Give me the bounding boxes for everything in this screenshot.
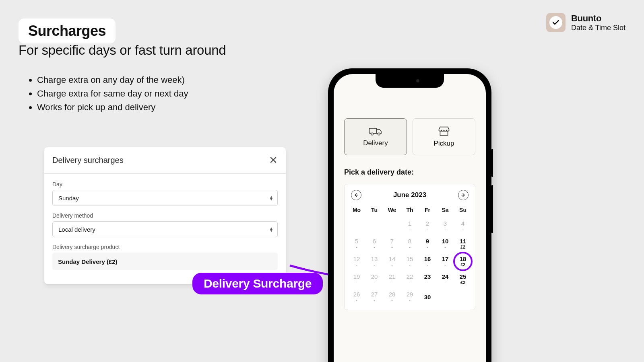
calendar-dow: Sa bbox=[436, 204, 454, 217]
pick-date-label: Pick a delivery date: bbox=[344, 168, 475, 177]
calendar-day[interactable]: 13- bbox=[365, 253, 383, 270]
phone-screen: Delivery Pickup Pick a delivery date: bbox=[334, 74, 486, 362]
brand-icon bbox=[546, 13, 566, 32]
product-value: Sunday Delivery (£2) bbox=[58, 258, 118, 265]
method-value: Local delivery bbox=[58, 226, 95, 233]
svg-rect-3 bbox=[440, 131, 448, 135]
calendar-day[interactable]: 30 bbox=[419, 288, 436, 306]
calendar-day[interactable]: 15- bbox=[401, 253, 419, 270]
tab-pickup-label: Pickup bbox=[433, 140, 454, 148]
tab-pickup[interactable]: Pickup bbox=[413, 118, 475, 155]
calendar-day[interactable]: 18£2 bbox=[454, 253, 472, 270]
calendar-day bbox=[365, 217, 383, 235]
bullet-item: Charge extra on any day of the week) bbox=[37, 73, 188, 87]
calendar-day[interactable]: 12- bbox=[348, 253, 365, 270]
calendar-day[interactable]: 10- bbox=[436, 235, 454, 253]
calendar-day[interactable]: 2- bbox=[419, 217, 436, 235]
close-icon[interactable]: ✕ bbox=[269, 154, 278, 167]
calendar-day[interactable]: 16- bbox=[419, 253, 436, 270]
arrow-left-icon bbox=[354, 193, 359, 197]
store-icon bbox=[438, 126, 450, 136]
feature-bullets: Charge extra on any day of the week) Cha… bbox=[29, 73, 188, 114]
calendar-day[interactable]: 28- bbox=[383, 288, 401, 306]
calendar: June 2023 MoTuWeThFrSaSu 1-2-3-4-5-6-7-8… bbox=[344, 184, 475, 310]
surcharge-callout: Delivery Surcharge bbox=[192, 273, 323, 294]
calendar-day[interactable]: 14- bbox=[383, 253, 401, 270]
day-value: Sunday bbox=[58, 195, 79, 202]
calendar-month: June 2023 bbox=[393, 191, 426, 199]
page-title: Surcharges bbox=[19, 19, 116, 43]
calendar-day[interactable]: 29- bbox=[401, 288, 419, 306]
calendar-day[interactable]: 3- bbox=[436, 217, 454, 235]
calendar-day[interactable]: 6- bbox=[365, 235, 383, 253]
calendar-day[interactable]: 19- bbox=[348, 270, 365, 288]
truck-icon bbox=[369, 126, 382, 136]
calendar-day[interactable]: 26- bbox=[348, 288, 365, 306]
brand-name: Buunto bbox=[571, 13, 625, 24]
calendar-next-button[interactable] bbox=[458, 190, 469, 200]
surcharge-modal: Delivery surcharges ✕ Day Sunday ▴▾ Deli… bbox=[44, 147, 286, 284]
calendar-day[interactable]: 8- bbox=[401, 235, 419, 253]
brand-tagline: Date & Time Slot bbox=[571, 24, 625, 32]
calendar-day[interactable]: 24- bbox=[436, 270, 454, 288]
bullet-item: Charge extra for same day or next day bbox=[37, 87, 188, 101]
chevron-updown-icon: ▴▾ bbox=[270, 227, 272, 232]
calendar-prev-button[interactable] bbox=[351, 190, 361, 200]
calendar-day[interactable]: 7- bbox=[383, 235, 401, 253]
arrow-right-icon bbox=[461, 193, 466, 197]
tab-delivery-label: Delivery bbox=[363, 139, 388, 147]
calendar-day[interactable]: 25£2 bbox=[454, 270, 472, 288]
calendar-day bbox=[383, 217, 401, 235]
phone-notch bbox=[376, 74, 444, 88]
phone-frame: Delivery Pickup Pick a delivery date: bbox=[328, 68, 491, 362]
day-select[interactable]: Sunday ▴▾ bbox=[52, 190, 278, 206]
day-label: Day bbox=[52, 181, 278, 187]
calendar-day[interactable]: 22- bbox=[401, 270, 419, 288]
calendar-day[interactable]: 5- bbox=[348, 235, 365, 253]
calendar-dow: Mo bbox=[348, 204, 365, 217]
product-label: Delivery surcharge product bbox=[52, 244, 278, 250]
method-select[interactable]: Local delivery ▴▾ bbox=[52, 221, 278, 237]
calendar-day[interactable]: 4- bbox=[454, 217, 472, 235]
method-label: Delivery method bbox=[52, 212, 278, 219]
tab-delivery[interactable]: Delivery bbox=[344, 118, 407, 155]
calendar-day bbox=[454, 288, 472, 306]
calendar-day[interactable]: 20- bbox=[365, 270, 383, 288]
calendar-day[interactable]: 11£2 bbox=[454, 235, 472, 253]
product-row[interactable]: Sunday Delivery (£2) bbox=[52, 253, 278, 270]
bullet-item: Works for pick up and delivery bbox=[37, 101, 188, 114]
svg-point-2 bbox=[378, 133, 380, 135]
calendar-day[interactable]: 21- bbox=[383, 270, 401, 288]
calendar-dow: Tu bbox=[365, 204, 383, 217]
calendar-day bbox=[348, 217, 365, 235]
calendar-day[interactable]: 17- bbox=[436, 253, 454, 270]
calendar-day[interactable]: 1- bbox=[401, 217, 419, 235]
calendar-day bbox=[436, 288, 454, 306]
calendar-day[interactable]: 9- bbox=[419, 235, 436, 253]
check-icon bbox=[552, 19, 560, 27]
chevron-updown-icon: ▴▾ bbox=[270, 195, 272, 200]
page-subtitle: For specific days or fast turn around bbox=[19, 43, 226, 58]
calendar-day[interactable]: 23- bbox=[419, 270, 436, 288]
brand-badge: Buunto Date & Time Slot bbox=[546, 13, 625, 32]
calendar-dow: Su bbox=[454, 204, 472, 217]
calendar-day[interactable]: 27- bbox=[365, 288, 383, 306]
calendar-dow: We bbox=[383, 204, 401, 217]
modal-title: Delivery surcharges bbox=[52, 156, 124, 165]
calendar-dow: Fr bbox=[419, 204, 436, 217]
svg-point-1 bbox=[371, 133, 374, 135]
svg-rect-0 bbox=[369, 128, 376, 134]
calendar-dow: Th bbox=[401, 204, 419, 217]
